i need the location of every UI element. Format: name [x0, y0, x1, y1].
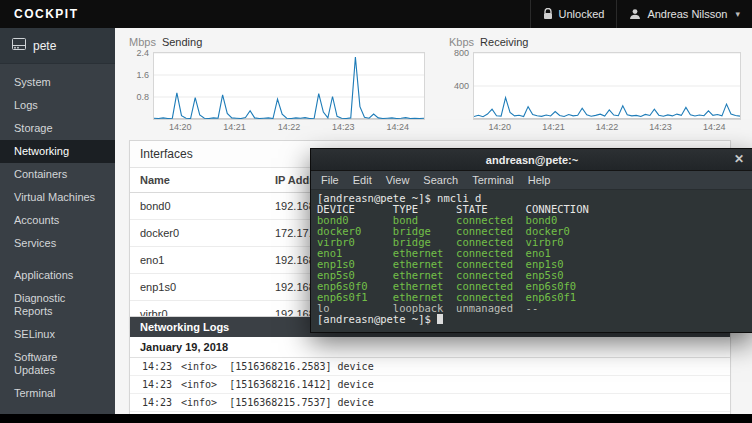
x-tick-label: 14:21: [542, 122, 565, 132]
user-menu-button[interactable]: Andreas Nilsson ▾: [616, 0, 752, 28]
host-name-label: pete: [33, 39, 56, 53]
bottom-screen-strip: [0, 414, 752, 423]
menu-terminal[interactable]: Terminal: [465, 172, 521, 188]
sidebar-item-software-updates[interactable]: Software Updates: [0, 346, 115, 382]
log-message: <info> [1516368215.7537] device: [181, 397, 374, 408]
sending-title: Sending: [162, 36, 202, 48]
y-tick-label: 2.4: [136, 48, 149, 58]
x-tick-label: 14:20: [489, 122, 512, 132]
log-entry[interactable]: 14:23<info> [1516368216.1412] device: [130, 376, 730, 394]
chart-xlabels-0: 14:2014:2114:2214:2314:24: [153, 122, 425, 132]
server-icon: [12, 38, 26, 53]
sidebar-item-logs[interactable]: Logs: [0, 94, 115, 117]
terminal-menubar: FileEditViewSearchTerminalHelp: [311, 171, 752, 190]
topbar-right: Unlocked Andreas Nilsson ▾: [530, 0, 752, 28]
interface-name: docker0: [130, 220, 265, 247]
cockpit-logo: COCKPIT: [0, 7, 93, 21]
top-bar: COCKPIT Unlocked Andreas Nilsson ▾: [0, 0, 752, 28]
receiving-title: Receiving: [480, 36, 528, 48]
log-entries: 14:23<info> [1516368216.2583] device14:2…: [130, 358, 730, 414]
y-tick-label: 1.6: [136, 70, 149, 80]
logs-date-label: January 19, 2018: [130, 337, 730, 358]
sidebar-item-applications[interactable]: Applications: [0, 264, 115, 287]
x-tick-label: 14:22: [596, 122, 619, 132]
sidebar-item-selinux[interactable]: SELinux: [0, 323, 115, 346]
log-time: 14:23: [134, 379, 172, 390]
chart-ylabels-0: 0.81.62.4: [129, 52, 153, 120]
lock-icon: [543, 8, 553, 20]
chart-plot-1: [473, 52, 741, 120]
log-entry[interactable]: 14:23<info> [1516368216.2583] device: [130, 358, 730, 376]
host-switcher[interactable]: pete: [0, 28, 115, 64]
sidebar-item-storage[interactable]: Storage: [0, 117, 115, 140]
interface-name: bond0: [130, 193, 265, 220]
y-tick-label: 800: [454, 48, 469, 58]
chart-xlabels-1: 14:2014:2114:2214:2314:24: [473, 122, 741, 132]
log-message: <info> [1516368216.1412] device: [181, 379, 374, 390]
sidebar: pete SystemLogsStorageNetworkingContaine…: [0, 28, 115, 414]
log-message: <info> [1516368216.2583] device: [181, 361, 374, 372]
x-tick-label: 14:24: [386, 122, 409, 132]
chart-plot-0: [153, 52, 425, 120]
user-name-label: Andreas Nilsson: [647, 8, 727, 20]
x-tick-label: 14:21: [223, 122, 246, 132]
terminal-line: [andreasn@pete ~]$: [317, 314, 747, 325]
terminal-window: andreasn@pete:~ ✕ FileEditViewSearchTerm…: [310, 148, 752, 333]
sidebar-item-system[interactable]: System: [0, 71, 115, 94]
x-tick-label: 14:24: [703, 122, 726, 132]
y-tick-label: 0.8: [136, 92, 149, 102]
receiving-unit-label: Kbps: [449, 36, 474, 48]
y-tick-label: 400: [454, 81, 469, 91]
menu-edit[interactable]: Edit: [346, 172, 379, 188]
chart-ylabels-1: 400800: [449, 52, 473, 120]
sidebar-item-accounts[interactable]: Accounts: [0, 209, 115, 232]
log-time: 14:23: [134, 361, 172, 372]
user-icon: [629, 8, 641, 20]
menu-help[interactable]: Help: [521, 172, 558, 188]
sending-chart: MbpsSending 0.81.62.4 14:2014:2114:2214:…: [129, 36, 425, 132]
sidebar-item-diagnostic-reports[interactable]: Diagnostic Reports: [0, 287, 115, 323]
sidebar-item-virtual-machines[interactable]: Virtual Machines: [0, 186, 115, 209]
log-entry[interactable]: 14:23<info> [1516368215.7537] device: [130, 394, 730, 412]
terminal-title: andreasn@pete:~: [486, 154, 578, 166]
x-tick-label: 14:23: [332, 122, 355, 132]
interface-name: eno1: [130, 247, 265, 274]
sidebar-item-containers[interactable]: Containers: [0, 163, 115, 186]
receiving-chart: KbpsReceiving 400800 14:2014:2114:2214:2…: [449, 36, 741, 132]
sidebar-item-services[interactable]: Services: [0, 232, 115, 255]
unlocked-label: Unlocked: [559, 8, 605, 20]
sidebar-nav: SystemLogsStorageNetworkingContainersVir…: [0, 64, 115, 405]
caret-down-icon: ▾: [735, 9, 740, 19]
x-tick-label: 14:20: [169, 122, 192, 132]
unlocked-button[interactable]: Unlocked: [530, 0, 617, 28]
sending-unit-label: Mbps: [129, 36, 156, 48]
terminal-output[interactable]: [andreasn@pete ~]$ nmcli dDEVICE TYPE ST…: [311, 190, 752, 332]
x-tick-label: 14:22: [278, 122, 301, 132]
terminal-cursor: [437, 314, 443, 324]
interface-name: enp1s0: [130, 274, 265, 301]
sending-chart-header: MbpsSending: [129, 36, 425, 48]
close-icon[interactable]: ✕: [734, 149, 744, 170]
x-tick-label: 14:23: [649, 122, 672, 132]
menu-search[interactable]: Search: [416, 172, 465, 188]
log-time: 14:23: [134, 397, 172, 408]
menu-file[interactable]: File: [314, 172, 346, 188]
column-header-name: Name: [130, 168, 265, 193]
receiving-chart-header: KbpsReceiving: [449, 36, 741, 48]
sidebar-item-terminal[interactable]: Terminal: [0, 382, 115, 405]
menu-view[interactable]: View: [379, 172, 417, 188]
sidebar-item-networking[interactable]: Networking: [0, 140, 115, 163]
terminal-titlebar[interactable]: andreasn@pete:~ ✕: [311, 149, 752, 171]
